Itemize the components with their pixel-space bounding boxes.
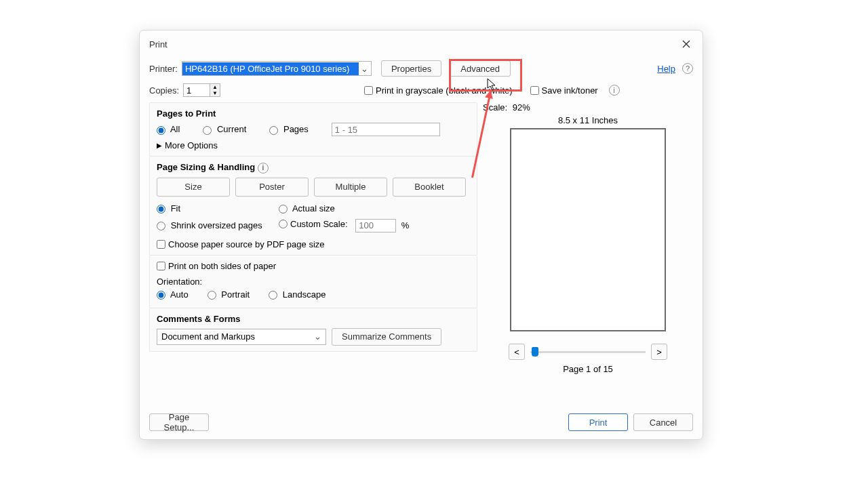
properties-button[interactable]: Properties (381, 60, 441, 77)
pages-range-radio[interactable]: Pages (269, 124, 309, 134)
printer-label: Printer: (149, 64, 178, 74)
page-indicator: Page 1 of 15 (483, 364, 693, 374)
saveink-checkbox[interactable]: Save ink/toner (530, 85, 598, 96)
comments-selected: Document and Markups (161, 331, 255, 342)
paper-dimensions: 8.5 x 11 Inches (483, 115, 693, 125)
pages-to-print-title: Pages to Print (157, 108, 470, 119)
info-icon[interactable]: i (609, 85, 620, 96)
pages-to-print-group: Pages to Print All Current Pages ▶ More … (149, 102, 477, 157)
orientation-landscape-radio[interactable]: Landscape (269, 289, 326, 300)
custom-scale-input[interactable] (355, 219, 396, 232)
orientation-label: Orientation: (157, 277, 470, 287)
more-options-label: More Options (165, 140, 218, 150)
triangle-right-icon: ▶ (157, 142, 162, 149)
close-button[interactable] (679, 37, 693, 51)
copies-input[interactable] (183, 83, 210, 97)
duplex-checkbox[interactable]: Print on both sides of paper (157, 261, 470, 271)
grayscale-label: Print in grayscale (black and white) (376, 85, 513, 96)
comments-title: Comments & Forms (157, 314, 470, 324)
page-setup-button[interactable]: Page Setup... (149, 413, 209, 431)
chevron-down-icon: ⌄ (314, 331, 321, 342)
more-options-toggle[interactable]: ▶ More Options (157, 140, 470, 150)
spin-up-icon[interactable]: ▲ (210, 84, 220, 90)
percent-label: % (401, 220, 410, 230)
fit-radio[interactable]: Fit (157, 203, 279, 214)
pages-current-radio[interactable]: Current (203, 124, 246, 134)
shrink-radio[interactable]: Shrink oversized pages (157, 220, 279, 230)
dialog-title: Print (149, 39, 679, 49)
multiple-button[interactable]: Multiple (314, 178, 387, 197)
orientation-portrait-radio[interactable]: Portrait (208, 289, 250, 300)
page-slider[interactable] (530, 351, 646, 353)
saveink-label: Save ink/toner (542, 85, 598, 96)
cancel-button[interactable]: Cancel (633, 413, 693, 431)
custom-scale-radio[interactable]: Custom Scale: (279, 219, 348, 229)
pages-all-radio[interactable]: All (157, 124, 180, 134)
spin-down-icon[interactable]: ▼ (210, 90, 220, 96)
prev-page-button[interactable]: < (509, 344, 525, 360)
help-icon[interactable]: ? (682, 63, 693, 74)
titlebar: Print (140, 30, 703, 55)
summarize-comments-button[interactable]: Summarize Comments (332, 328, 441, 346)
page-preview (510, 128, 666, 331)
advanced-button[interactable]: Advanced (450, 60, 511, 77)
comments-forms-group: Comments & Forms Document and Markups ⌄ … (149, 308, 477, 352)
copies-label: Copies: (149, 85, 179, 96)
duplex-orientation-group: Print on both sides of paper Orientation… (149, 256, 477, 308)
next-page-button[interactable]: > (651, 344, 667, 360)
booklet-button[interactable]: Booklet (393, 178, 466, 197)
grayscale-checkbox[interactable]: Print in grayscale (black and white) (364, 85, 513, 96)
info-icon[interactable]: i (258, 163, 269, 174)
orientation-auto-radio[interactable]: Auto (157, 289, 189, 300)
sizing-group: Page Sizing & Handling i Size Poster Mul… (149, 157, 477, 256)
comments-select[interactable]: Document and Markups ⌄ (157, 329, 326, 345)
scale-label: Scale: (483, 102, 507, 113)
pages-range-input[interactable] (332, 123, 440, 136)
print-button[interactable]: Print (568, 413, 628, 431)
sizing-title: Page Sizing & Handling i (157, 162, 470, 174)
print-dialog: Print Printer: HP642B16 (HP OfficeJet Pr… (139, 30, 703, 440)
poster-button[interactable]: Poster (235, 178, 309, 197)
scale-value: 92% (513, 102, 530, 113)
help-link[interactable]: Help (657, 64, 675, 74)
preview-panel: Scale: 92% 8.5 x 11 Inches < > Page 1 of… (483, 102, 693, 374)
copies-stepper[interactable]: ▲▼ (183, 83, 220, 97)
size-button[interactable]: Size (157, 178, 230, 197)
slider-thumb-icon[interactable] (532, 347, 538, 357)
choose-source-checkbox[interactable]: Choose paper source by PDF page size (157, 239, 470, 249)
actual-size-radio[interactable]: Actual size (279, 203, 470, 214)
chevron-down-icon: ⌄ (359, 64, 371, 74)
printer-selected: HP642B16 (HP OfficeJet Pro 9010 series) (182, 62, 359, 75)
printer-select[interactable]: HP642B16 (HP OfficeJet Pro 9010 series) … (182, 61, 372, 76)
